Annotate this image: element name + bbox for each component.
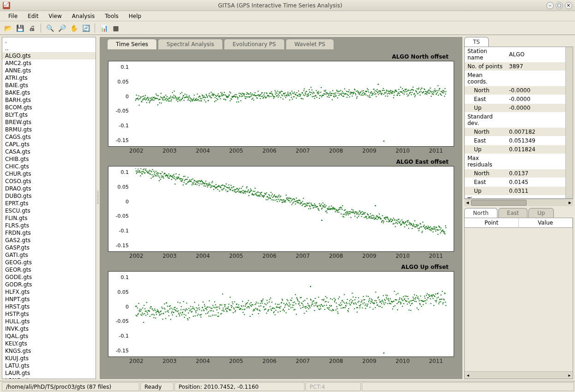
file-item[interactable]: GEOR.gts [2,266,96,273]
menu-help[interactable]: Help [124,12,146,20]
file-item[interactable]: GODE.gts [2,273,96,281]
file-item[interactable]: GEOG.gts [2,259,96,266]
tab-neu-up[interactable]: Up [528,208,553,218]
tab-neu-north[interactable]: North [464,208,497,218]
menu-analysis[interactable]: Analysis [67,12,99,20]
svg-rect-1503 [179,314,180,315]
property-grid[interactable]: Station nameALGONo. of points3897Mean co… [464,47,573,199]
file-item[interactable]: FLRS.gts [2,222,96,229]
svg-rect-715 [141,171,142,172]
propgrid-hscroll[interactable]: ◂▸ [464,199,573,206]
file-item[interactable]: .. [2,45,96,52]
file-item[interactable]: EPRT.gts [2,200,96,207]
svg-rect-1361 [428,226,429,226]
splitter-left[interactable] [96,35,100,381]
save-icon[interactable]: 💾 [15,23,25,33]
file-item[interactable]: BARH.gts [2,96,96,104]
file-item[interactable]: IQAL.gts [2,333,96,340]
plot-east[interactable]: 0.10.050-0.05-0.1-0.15 [108,166,454,252]
legend-icon[interactable]: ▦ [111,23,121,33]
file-item[interactable]: ALGO.gts [2,52,96,59]
svg-rect-1429 [146,311,147,312]
svg-rect-1063 [295,201,296,202]
file-item[interactable]: LAUR.gts [2,369,96,377]
propgrid-vscroll[interactable] [565,47,573,198]
file-item[interactable]: ESCU.gts [2,207,96,214]
svg-rect-1647 [243,312,244,313]
file-item[interactable]: BREW.gts [2,119,96,126]
file-item[interactable]: DUBO.gts [2,192,96,200]
file-item[interactable]: CAGS.gts [2,133,96,141]
file-item[interactable]: KELY.gts [2,340,96,347]
tab-time-series[interactable]: Time Series [107,39,157,49]
file-item[interactable]: GASP.gts [2,244,96,251]
tab-evolutionary[interactable]: Evolutionary PS [224,39,285,49]
tab-spectral[interactable]: Spectral Analysis [158,39,223,49]
plot-up[interactable]: 0.10.050-0.05-0.1-0.15 [108,271,454,357]
zoom-out-icon[interactable]: 🔎 [57,23,67,33]
file-item[interactable]: INVK.gts [2,325,96,333]
file-item[interactable]: ANNE.gts [2,67,96,74]
file-item[interactable]: BRMU.gts [2,126,96,133]
file-item[interactable]: CHIC.gts [2,163,96,170]
file-item[interactable]: FLIN.gts [2,214,96,222]
maximize-button[interactable]: ▢ [556,2,563,9]
file-item[interactable]: HSTP.gts [2,310,96,318]
file-item[interactable]: COSO.gts [2,178,96,185]
svg-rect-1593 [219,307,220,308]
file-item[interactable]: HULL.gts [2,318,96,325]
tab-wavelet[interactable]: Wavelet PS [286,39,334,49]
file-item[interactable]: KNGS.gts [2,347,96,355]
plot-north[interactable]: 0.10.050-0.05-0.1-0.15 [108,61,454,147]
tab-ts[interactable]: TS [464,37,489,47]
menu-view[interactable]: View [44,12,66,20]
menu-tools[interactable]: Tools [100,12,123,20]
file-item[interactable]: GATI.gts [2,251,96,259]
file-item[interactable]: HNPT.gts [2,296,96,303]
minimize-button[interactable]: – [546,2,554,9]
file-item[interactable]: BAIE.gts [2,82,96,89]
svg-rect-583 [394,92,395,93]
file-item[interactable]: GODR.gts [2,281,96,288]
data-cursor-icon[interactable]: 📊 [99,23,109,33]
file-item[interactable]: BAKE.gts [2,89,96,96]
file-item[interactable]: FRDN.gts [2,229,96,237]
tab-neu-east[interactable]: East [498,208,528,218]
menu-edit[interactable]: Edit [23,12,43,20]
file-item[interactable]: CAPL.gts [2,141,96,148]
file-item[interactable]: ATRI.gts [2,74,96,82]
file-item[interactable]: BLYT.gts [2,111,96,119]
pan-icon[interactable]: ✋ [69,23,79,33]
svg-rect-282 [260,94,261,95]
file-item[interactable]: LONG.gts [2,377,96,379]
file-item[interactable]: HRST.gts [2,303,96,310]
close-button[interactable]: × [565,2,572,9]
svg-rect-528 [370,97,371,98]
file-list[interactable]: ...ALGO.gtsAMC2.gtsANNE.gtsATRI.gtsBAIE.… [2,37,96,379]
svg-rect-488 [352,95,353,96]
file-item[interactable]: HLFX.gts [2,288,96,296]
svg-rect-1311 [406,221,407,222]
svg-rect-1414 [139,311,140,312]
point-value-table[interactable]: Point Value ◂▸ [464,218,573,379]
file-item[interactable]: GAS2.gts [2,237,96,244]
file-item[interactable]: KUUJ.gts [2,355,96,362]
menu-file[interactable]: File [4,12,22,20]
file-item[interactable]: DRAO.gts [2,185,96,192]
file-item[interactable]: CHIB.gts [2,155,96,163]
svg-rect-1482 [169,309,170,309]
rotate-icon[interactable]: 🔄 [81,23,91,33]
svg-rect-1407 [136,306,137,307]
file-item[interactable]: BCOM.gts [2,104,96,111]
svg-rect-1976 [389,301,389,302]
svg-rect-669 [432,93,433,94]
pv-hscroll[interactable]: ◂▸ [465,371,573,379]
file-item[interactable]: AMC2.gts [2,59,96,67]
file-item[interactable]: CASA.gts [2,148,96,155]
open-icon[interactable]: 📂 [3,23,13,33]
file-item[interactable]: CHUR.gts [2,170,96,178]
file-item[interactable]: LATU.gts [2,362,96,369]
file-item[interactable]: . [2,37,96,45]
zoom-in-icon[interactable]: 🔍 [45,23,55,33]
print-icon[interactable]: 🖨 [27,23,37,33]
